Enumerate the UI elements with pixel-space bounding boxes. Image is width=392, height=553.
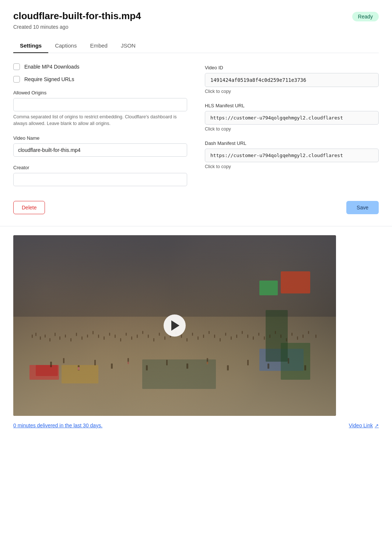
divider xyxy=(0,226,392,226)
tab-embed[interactable]: Embed xyxy=(83,39,114,53)
hls-label: HLS Manifest URL xyxy=(205,103,379,108)
footer-row: 0 minutes delivered in the last 30 days.… xyxy=(0,416,392,440)
allowed-origins-field: Allowed Origins Comma separated list of … xyxy=(13,88,187,134)
tab-captions[interactable]: Captions xyxy=(48,39,83,53)
enable-mp4-checkbox[interactable] xyxy=(13,63,20,70)
svg-rect-67 xyxy=(304,365,306,371)
svg-rect-7 xyxy=(65,335,66,338)
svg-rect-10 xyxy=(81,336,83,340)
svg-rect-37 xyxy=(231,336,232,340)
svg-rect-61 xyxy=(186,364,188,369)
svg-rect-25 xyxy=(164,336,165,340)
svg-rect-45 xyxy=(275,331,276,334)
video-name-label: Video Name xyxy=(13,135,187,141)
save-button[interactable]: Save xyxy=(346,201,379,214)
svg-rect-48 xyxy=(291,333,293,336)
allowed-origins-label: Allowed Origins xyxy=(13,90,187,95)
svg-rect-20 xyxy=(137,335,138,338)
left-column: Enable MP4 Downloads Require Signed URLs… xyxy=(13,63,187,187)
svg-rect-51 xyxy=(308,331,309,334)
svg-rect-63 xyxy=(227,365,229,371)
svg-rect-6 xyxy=(59,336,60,340)
svg-rect-47 xyxy=(286,338,287,341)
allowed-origins-input[interactable] xyxy=(13,98,187,111)
copy-hls[interactable]: Click to copy xyxy=(205,126,379,132)
svg-rect-66 xyxy=(288,358,289,364)
svg-rect-22 xyxy=(148,335,149,338)
creator-input[interactable] xyxy=(13,173,187,186)
video-section xyxy=(0,235,392,416)
svg-rect-40 xyxy=(247,335,248,338)
svg-rect-34 xyxy=(214,335,215,338)
svg-rect-70 xyxy=(207,362,208,364)
svg-rect-29 xyxy=(186,338,188,341)
svg-rect-2 xyxy=(40,336,41,340)
tab-json[interactable]: JSON xyxy=(114,39,142,53)
stats-link[interactable]: 0 minutes delivered in the last 30 days. xyxy=(13,422,102,428)
video-link[interactable]: Video Link ↗ xyxy=(349,422,379,428)
svg-rect-32 xyxy=(203,335,204,338)
svg-rect-19 xyxy=(131,336,132,340)
svg-rect-68 xyxy=(78,367,80,370)
svg-rect-53 xyxy=(50,362,52,367)
svg-rect-42 xyxy=(258,333,259,336)
svg-rect-4 xyxy=(49,338,50,341)
enable-mp4-row: Enable MP4 Downloads xyxy=(13,63,187,70)
svg-rect-56 xyxy=(94,360,96,365)
svg-rect-64 xyxy=(247,360,249,365)
svg-rect-24 xyxy=(159,333,160,336)
svg-rect-15 xyxy=(109,333,110,336)
svg-rect-8 xyxy=(70,338,71,341)
play-icon xyxy=(171,320,179,331)
status-badge: Ready xyxy=(352,12,379,21)
dash-group: Dash Manifest URL https://customer-u794q… xyxy=(205,139,379,169)
copy-video-id[interactable]: Click to copy xyxy=(205,89,379,94)
creator-field: Creator xyxy=(13,163,187,186)
enable-mp4-label: Enable MP4 Downloads xyxy=(24,64,79,70)
settings-grid: Enable MP4 Downloads Require Signed URLs… xyxy=(13,63,379,187)
svg-rect-59 xyxy=(146,365,148,371)
svg-rect-31 xyxy=(197,336,199,340)
require-signed-checkbox[interactable] xyxy=(13,76,20,83)
svg-rect-49 xyxy=(297,336,298,340)
creator-label: Creator xyxy=(13,165,187,170)
svg-rect-11 xyxy=(87,335,88,338)
play-button[interactable] xyxy=(164,314,186,337)
dash-label: Dash Manifest URL xyxy=(205,140,379,146)
svg-rect-21 xyxy=(142,331,143,334)
svg-rect-36 xyxy=(225,333,226,336)
video-id-value: 1491424af0519a8f4c0d259e711e3736 xyxy=(205,73,379,87)
svg-rect-60 xyxy=(166,360,168,365)
require-signed-label: Require Signed URLs xyxy=(24,76,74,82)
tab-settings[interactable]: Settings xyxy=(13,39,48,53)
right-column: Video ID 1491424af0519a8f4c0d259e711e373… xyxy=(205,63,379,187)
svg-rect-54 xyxy=(63,358,64,363)
svg-rect-65 xyxy=(267,364,269,369)
svg-rect-0 xyxy=(32,335,33,338)
svg-rect-5 xyxy=(55,333,56,336)
svg-rect-50 xyxy=(302,335,304,338)
svg-rect-14 xyxy=(104,336,105,340)
actions-row: Delete Save xyxy=(13,198,379,214)
svg-rect-57 xyxy=(111,364,113,369)
svg-rect-38 xyxy=(236,335,237,338)
video-player[interactable] xyxy=(13,235,336,416)
external-link-icon: ↗ xyxy=(375,423,379,428)
video-name-field: Video Name xyxy=(13,134,187,157)
svg-rect-28 xyxy=(181,335,182,338)
hls-group: HLS Manifest URL https://customer-u794qo… xyxy=(205,101,379,132)
svg-rect-33 xyxy=(209,331,210,334)
delete-button[interactable]: Delete xyxy=(13,201,45,214)
svg-rect-23 xyxy=(153,338,154,341)
svg-rect-44 xyxy=(269,335,270,338)
svg-rect-35 xyxy=(220,338,221,341)
dash-value: https://customer-u794qolgqehmgyl2.cloudf… xyxy=(205,149,379,162)
svg-rect-16 xyxy=(115,335,116,338)
svg-rect-30 xyxy=(192,333,193,336)
video-name-input[interactable] xyxy=(13,143,187,157)
svg-rect-39 xyxy=(242,331,243,334)
svg-rect-1 xyxy=(35,333,36,336)
require-signed-row: Require Signed URLs xyxy=(13,76,187,83)
svg-rect-41 xyxy=(253,336,254,340)
copy-dash[interactable]: Click to copy xyxy=(205,164,379,169)
